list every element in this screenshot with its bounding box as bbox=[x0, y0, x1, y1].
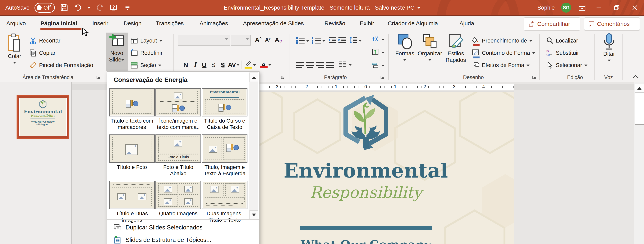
layout-option-duas-imagens-titulo-texto[interactable]: Duas Imagens, Título e Texto bbox=[202, 181, 248, 227]
layout-option-icone-imagem-e-texto[interactable]: Ícone/imagem e texto com marca.. bbox=[156, 88, 201, 134]
shape-outline-button[interactable]: Contorno de Forma bbox=[472, 47, 535, 58]
slides-from-outline-item[interactable]: Slides de Estrutura de Tópicos... bbox=[107, 234, 254, 244]
menu-scroll-down-button[interactable] bbox=[250, 210, 258, 219]
section-button[interactable]: Seção bbox=[130, 60, 162, 70]
scrollbar-thumb[interactable] bbox=[635, 92, 644, 125]
find-button[interactable]: Localizar bbox=[546, 35, 578, 46]
layout-option-titulo-imagem-texto-esquerda[interactable]: Título, Imagem e Texto à Esquerda bbox=[202, 134, 248, 181]
align-text-button[interactable] bbox=[372, 47, 384, 58]
shape-effects-button[interactable]: Efeitos de Forma bbox=[472, 60, 530, 70]
share-button[interactable]: Compartilhar bbox=[524, 17, 580, 31]
drawing-dialog-launcher[interactable] bbox=[532, 75, 537, 80]
menu-scrollbar[interactable] bbox=[249, 72, 258, 219]
layout-option-titulo-e-duas-imagens[interactable]: Título e Duas Imagens bbox=[109, 181, 155, 227]
layout-option-titulo-e-foto[interactable]: Título e Foto bbox=[109, 134, 155, 181]
numbering-icon[interactable] bbox=[312, 37, 321, 44]
strikethrough-button[interactable]: S bbox=[209, 61, 218, 69]
increase-indent-icon[interactable] bbox=[338, 36, 346, 45]
title-dropdown-chevron[interactable] bbox=[417, 7, 420, 10]
save-button[interactable] bbox=[60, 3, 68, 12]
comments-button[interactable]: Comentários bbox=[584, 17, 640, 31]
ribbon-options-icon[interactable] bbox=[578, 3, 586, 12]
line-spacing-icon[interactable] bbox=[349, 36, 358, 45]
restore-button[interactable] bbox=[611, 2, 622, 13]
paste-button[interactable]: Colar bbox=[3, 33, 26, 64]
shrink-font-button[interactable]: Av bbox=[263, 37, 272, 43]
new-slide-button[interactable]: Novo Slide bbox=[106, 33, 128, 63]
cut-button[interactable]: Recortar bbox=[29, 35, 60, 46]
tab-transicoes[interactable]: Transições bbox=[156, 16, 184, 31]
smartart-button[interactable] bbox=[372, 60, 384, 71]
layout-option-titulo-do-curso[interactable]: Environmental Título do Curso e Caixa de… bbox=[202, 88, 248, 134]
select-button[interactable]: Selecionar bbox=[546, 60, 588, 70]
columns-icon[interactable] bbox=[339, 61, 346, 69]
dictate-button[interactable]: Ditar bbox=[598, 33, 620, 62]
replace-button[interactable]: ls9c Substituir bbox=[546, 47, 579, 58]
redo-button[interactable] bbox=[96, 3, 104, 12]
tab-revisao[interactable]: Revisão bbox=[324, 16, 345, 31]
grow-font-button[interactable]: A^ bbox=[254, 36, 262, 44]
font-size-combo[interactable] bbox=[231, 35, 251, 46]
clipboard-dialog-launcher[interactable] bbox=[96, 75, 101, 80]
slide-title-script[interactable]: Responsibility bbox=[218, 183, 514, 202]
text-direction-button[interactable] bbox=[372, 34, 384, 45]
undo-button[interactable] bbox=[74, 3, 82, 12]
ruler-number: 3 bbox=[451, 84, 458, 90]
paragraph-dialog-launcher[interactable] bbox=[380, 75, 385, 80]
tab-criador-de-alquimia[interactable]: Criador de Alquimia bbox=[388, 16, 438, 31]
layout-button[interactable]: Layout bbox=[130, 35, 162, 46]
bold-button[interactable]: N bbox=[181, 61, 190, 69]
shapes-button[interactable]: Formas bbox=[393, 33, 416, 61]
highlight-button[interactable] bbox=[244, 60, 252, 69]
scroll-up-button[interactable] bbox=[635, 84, 644, 92]
slide-thumbnail-1[interactable]: Environmental Responsibility What Our Co… bbox=[17, 95, 69, 139]
justify-icon[interactable] bbox=[326, 61, 334, 68]
menu-scroll-up-button[interactable] bbox=[250, 73, 258, 82]
decrease-indent-icon[interactable] bbox=[328, 36, 337, 45]
character-spacing-button[interactable]: AV bbox=[227, 61, 236, 69]
font-color-button[interactable]: A bbox=[259, 61, 268, 69]
text-shadow-button[interactable]: S bbox=[218, 61, 227, 69]
clear-formatting-button[interactable]: A◇ bbox=[274, 36, 283, 44]
reset-button[interactable]: Redefinir bbox=[130, 47, 162, 58]
quick-access-menu-icon[interactable] bbox=[123, 3, 132, 12]
arrange-button[interactable]: Organizar bbox=[418, 33, 442, 61]
autosave-toggle[interactable]: Off bbox=[34, 3, 55, 13]
tab-arquivo[interactable]: Arquivo bbox=[6, 16, 26, 31]
horizontal-ruler[interactable]: 3 2 1 0 1 2 3 4 bbox=[218, 84, 514, 90]
font-dialog-launcher[interactable] bbox=[280, 75, 285, 80]
duplicate-selected-slides-item[interactable]: Duplicar Slides Selecionados bbox=[107, 222, 254, 234]
avatar[interactable]: SG bbox=[561, 3, 571, 13]
tab-inserir[interactable]: Inserir bbox=[92, 16, 108, 31]
undo-dropdown-chevron[interactable] bbox=[88, 7, 90, 10]
slide-title[interactable]: Environmental bbox=[218, 159, 514, 182]
align-left-icon[interactable] bbox=[296, 61, 304, 68]
bullets-icon[interactable] bbox=[296, 37, 305, 44]
slideshow-button[interactable] bbox=[109, 3, 118, 12]
align-right-icon[interactable] bbox=[316, 61, 324, 68]
copy-button[interactable]: Copiar bbox=[29, 47, 56, 58]
shape-fill-button[interactable]: Preenchimento de bbox=[472, 35, 532, 46]
tab-ajuda[interactable]: Ajuda bbox=[460, 16, 474, 31]
underline-button[interactable]: U bbox=[200, 61, 208, 69]
align-center-icon[interactable] bbox=[306, 61, 314, 68]
tab-animacoes[interactable]: Animações bbox=[200, 16, 228, 31]
tab-exibir[interactable]: Exibir bbox=[360, 16, 374, 31]
vertical-scrollbar[interactable] bbox=[634, 82, 644, 244]
italic-button[interactable]: I bbox=[190, 61, 199, 69]
layout-option-titulo-e-texto-com-marcadores[interactable]: Título e texto com marcadores bbox=[109, 88, 155, 134]
slide-subtitle[interactable]: What Our Company bbox=[218, 238, 514, 244]
layout-option-quatro-imagens[interactable]: Quatro Imagens bbox=[156, 181, 201, 227]
collapse-ribbon-button[interactable] bbox=[632, 74, 640, 80]
quick-styles-button[interactable]: Estilos Rápidos bbox=[443, 33, 468, 63]
tab-design[interactable]: Design bbox=[124, 16, 142, 31]
font-name-combo[interactable] bbox=[178, 35, 230, 46]
minimize-button[interactable] bbox=[593, 2, 604, 13]
format-painter-button[interactable]: Pincel de Formatação bbox=[29, 60, 93, 70]
tab-apresentacao-de-slides[interactable]: Apresentação de Slides bbox=[243, 16, 304, 31]
layout-option-foto-e-titulo-abaixo[interactable]: Foto e Título Foto e Título Abaixo bbox=[156, 134, 201, 181]
thumb-subtitle2: Is Doing to ... bbox=[36, 123, 50, 126]
group-divider bbox=[388, 34, 389, 80]
slide-canvas[interactable]: Environmental Responsibility What Our Co… bbox=[218, 92, 514, 244]
close-button[interactable] bbox=[629, 2, 640, 13]
